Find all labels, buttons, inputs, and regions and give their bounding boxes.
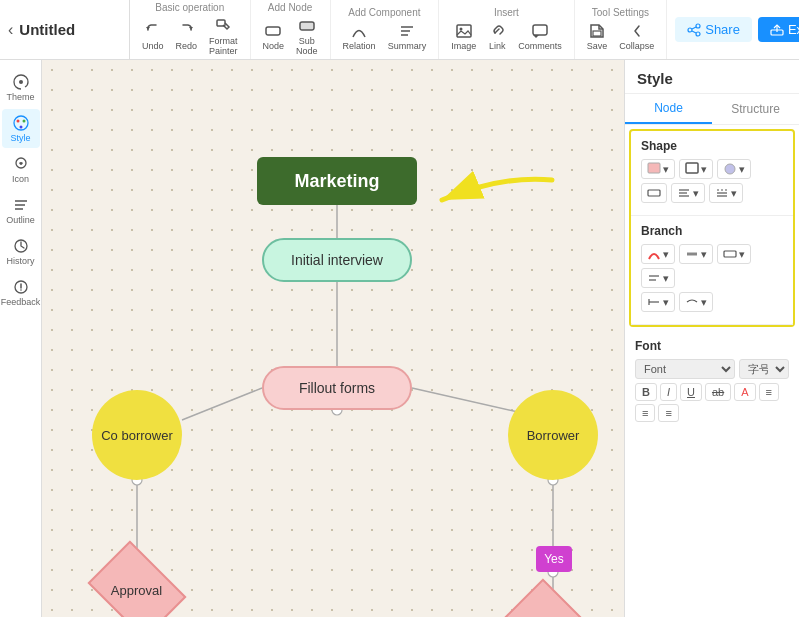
- image-button[interactable]: Image: [447, 20, 480, 53]
- insert-icons: Image Link Comments: [447, 20, 566, 53]
- svg-line-14: [692, 31, 696, 33]
- node-yes[interactable]: Yes: [536, 546, 572, 572]
- toolbar-left: ‹ Untitled: [0, 0, 130, 59]
- basic-operation-label: Basic operation: [155, 2, 224, 13]
- branch-color-btn[interactable]: ▾: [641, 244, 675, 264]
- summary-button[interactable]: Summary: [384, 20, 431, 53]
- svg-line-32: [182, 388, 262, 420]
- node-fillout-forms[interactable]: Fillout forms: [262, 366, 412, 410]
- connectors-svg: [42, 60, 624, 617]
- tab-structure[interactable]: Structure: [712, 94, 799, 124]
- line-style-btn[interactable]: ▾: [709, 183, 743, 203]
- add-component-label: Add Component: [348, 7, 420, 18]
- svg-point-29: [20, 289, 22, 291]
- svg-rect-43: [686, 163, 698, 173]
- underline-button[interactable]: U: [680, 383, 702, 401]
- sub-node-button[interactable]: Sub Node: [292, 15, 322, 58]
- font-size-select[interactable]: 字号: [739, 359, 789, 379]
- font-style-row: B I U ab A ≡ ≡ ≡: [635, 383, 789, 422]
- shape-section: Shape ▾ ▾ ▾ ▾: [631, 131, 793, 216]
- border-style-btn[interactable]: [641, 183, 667, 203]
- font-select[interactable]: Font: [635, 359, 735, 379]
- align-center-button[interactable]: ≡: [635, 404, 655, 422]
- tool-settings-label: Tool Settings: [592, 7, 649, 18]
- shape-section-title: Shape: [641, 139, 783, 153]
- font-selector-row: Font 字号: [635, 359, 789, 379]
- main: Theme Style Icon Outline History Feedbac…: [0, 60, 799, 617]
- svg-point-21: [19, 126, 22, 129]
- svg-point-10: [696, 24, 700, 28]
- branch-align-btn[interactable]: ▾: [641, 268, 675, 288]
- sidebar-item-feedback[interactable]: Feedback: [2, 273, 40, 312]
- toolbar: ‹ Untitled Basic operation Undo Redo For…: [0, 0, 799, 60]
- add-component-icons: Relation Summary: [339, 20, 431, 53]
- link-button[interactable]: Link: [484, 20, 510, 53]
- shape-row-1: ▾ ▾ ▾: [641, 159, 783, 179]
- strikethrough-button[interactable]: ab: [705, 383, 731, 401]
- text-align-btn[interactable]: ▾: [671, 183, 705, 203]
- branch-extra2-btn[interactable]: ▾: [679, 292, 713, 312]
- svg-rect-9: [593, 31, 601, 36]
- svg-line-13: [692, 27, 696, 29]
- toolbar-groups: Basic operation Undo Redo Format Painter…: [130, 0, 667, 59]
- svg-point-11: [696, 32, 700, 36]
- node-marketing[interactable]: Marketing: [257, 157, 417, 205]
- fill-color-btn[interactable]: ▾: [641, 159, 675, 179]
- node-borrower[interactable]: Borrower: [508, 390, 598, 480]
- align-left-button[interactable]: ≡: [759, 383, 779, 401]
- app-title: Untitled: [19, 21, 75, 38]
- svg-point-12: [688, 28, 692, 32]
- branch-width-btn[interactable]: ▾: [679, 244, 713, 264]
- italic-button[interactable]: I: [660, 383, 677, 401]
- tool-settings-group: Tool Settings Save Collapse: [575, 0, 668, 59]
- font-section-title: Font: [635, 339, 789, 353]
- sidebar-item-theme[interactable]: Theme: [2, 68, 40, 107]
- panel-title: Style: [625, 60, 799, 94]
- panel-tabs: Node Structure: [625, 94, 799, 125]
- node-co-borrower[interactable]: Co borrower: [92, 390, 182, 480]
- format-painter-button[interactable]: Format Painter: [205, 15, 242, 58]
- svg-rect-2: [300, 22, 314, 30]
- branch-section: Branch ▾ ▾ ▾ ▾: [631, 216, 793, 325]
- redo-button[interactable]: Redo: [172, 20, 202, 53]
- save-button[interactable]: Save: [583, 20, 612, 53]
- bold-button[interactable]: B: [635, 383, 657, 401]
- node-approval-right[interactable]: Approval: [501, 579, 600, 617]
- font-section: Font Font 字号 B I U ab A ≡ ≡ ≡: [625, 331, 799, 430]
- sidebar-item-style[interactable]: Style: [2, 109, 40, 148]
- export-button[interactable]: Export: [758, 17, 799, 42]
- svg-rect-53: [724, 251, 736, 257]
- svg-point-20: [22, 120, 25, 123]
- sidebar-left: Theme Style Icon Outline History Feedbac…: [0, 60, 42, 617]
- add-node-label: Add Node: [268, 2, 312, 13]
- svg-point-17: [19, 80, 23, 84]
- svg-rect-45: [648, 190, 660, 196]
- branch-row-1: ▾ ▾ ▾ ▾: [641, 244, 783, 288]
- branch-section-title: Branch: [641, 224, 783, 238]
- share-button[interactable]: Share: [675, 17, 752, 42]
- node-approval-left[interactable]: Approval: [88, 541, 187, 617]
- branch-extra1-btn[interactable]: ▾: [641, 292, 675, 312]
- node-button[interactable]: Node: [259, 20, 289, 53]
- comments-button[interactable]: Comments: [514, 20, 566, 53]
- branch-style-btn[interactable]: ▾: [717, 244, 751, 264]
- font-color-button[interactable]: A: [734, 383, 755, 401]
- right-panel: Style Node Structure Shape ▾ ▾ ▾: [624, 60, 799, 617]
- back-button[interactable]: ‹: [8, 21, 13, 39]
- relation-button[interactable]: Relation: [339, 20, 380, 53]
- sidebar-item-history[interactable]: History: [2, 232, 40, 271]
- border-color-btn[interactable]: ▾: [679, 159, 713, 179]
- style-panel-highlighted: Shape ▾ ▾ ▾ ▾: [629, 129, 795, 327]
- undo-button[interactable]: Undo: [138, 20, 168, 53]
- node-initial-interview[interactable]: Initial interview: [262, 238, 412, 282]
- align-right-button[interactable]: ≡: [658, 404, 678, 422]
- collapse-button[interactable]: Collapse: [615, 20, 658, 53]
- tab-node[interactable]: Node: [625, 94, 712, 124]
- svg-point-7: [459, 27, 462, 30]
- opacity-btn[interactable]: ▾: [717, 159, 751, 179]
- svg-point-44: [725, 164, 735, 174]
- insert-label: Insert: [494, 7, 519, 18]
- canvas[interactable]: Marketing Initial interview Fillout form…: [42, 60, 624, 617]
- sidebar-item-icon[interactable]: Icon: [2, 150, 40, 189]
- sidebar-item-outline[interactable]: Outline: [2, 191, 40, 230]
